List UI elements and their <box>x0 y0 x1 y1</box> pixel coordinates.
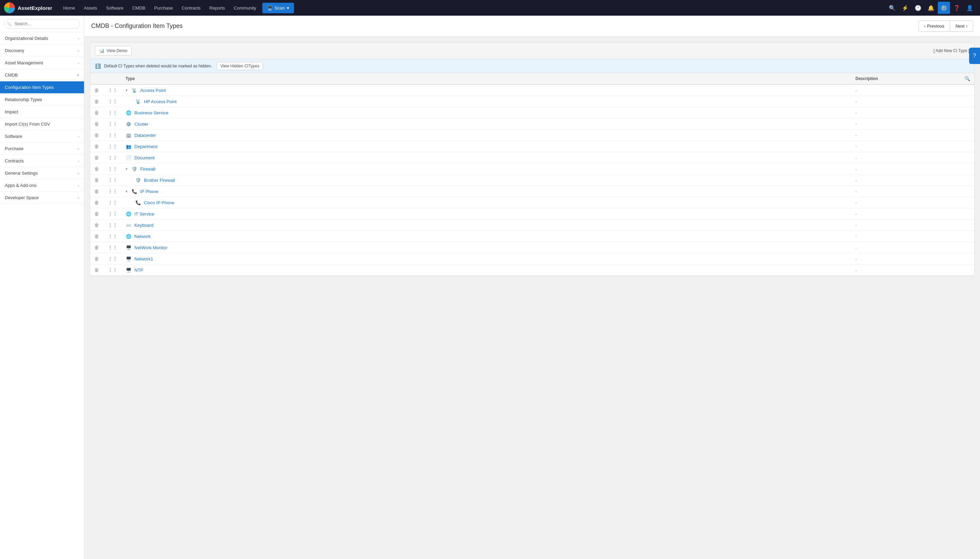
sidebar-item-general-settings[interactable]: General Settings › <box>0 167 84 179</box>
sidebar-item-import-ci[interactable]: Import CI(s) From CSV <box>0 118 84 131</box>
delete-icon[interactable]: 🗑 <box>94 144 99 149</box>
tree-icon[interactable]: ⋮⋮ <box>108 155 117 160</box>
tree-icon[interactable]: ⋮⋮ <box>108 99 117 104</box>
ci-type-name[interactable]: Datacenter <box>134 133 156 138</box>
tree-icon[interactable]: ⋮⋮ <box>108 211 117 217</box>
previous-button[interactable]: ‹ Previous <box>918 20 950 31</box>
ci-type-name[interactable]: Cluster <box>134 122 148 127</box>
help-bubble[interactable]: ? <box>969 48 980 64</box>
nav-community[interactable]: Community <box>230 3 260 13</box>
tree-icon[interactable]: ⋮⋮ <box>108 88 117 93</box>
tree-icon[interactable]: ⋮⋮ <box>108 132 117 138</box>
ci-name-container: ⚙️ Cluster <box>125 121 847 127</box>
ci-type-icon: 🌐 <box>125 211 132 217</box>
help-icon-btn[interactable]: ❓ <box>951 2 963 14</box>
ci-type-name[interactable]: IP Phone <box>140 189 158 194</box>
tree-icon[interactable]: ⋮⋮ <box>108 189 117 194</box>
delete-icon[interactable]: 🗑 <box>94 222 99 228</box>
delete-icon[interactable]: 🗑 <box>94 189 99 194</box>
sidebar-item-asset-management[interactable]: Asset Management › <box>0 57 84 69</box>
delete-icon[interactable]: 🗑 <box>94 121 99 127</box>
ci-type-name[interactable]: Keyboard <box>134 223 153 228</box>
sidebar-item-apps-addons[interactable]: Apps & Add-ons › <box>0 179 84 192</box>
ci-type-name[interactable]: Document <box>134 155 155 160</box>
tree-icon[interactable]: ⋮⋮ <box>108 121 117 127</box>
nav-cmdb[interactable]: CMDB <box>128 3 149 13</box>
sidebar-item-configuration-item-types[interactable]: Configuration Item Types <box>0 81 84 94</box>
tree-icon[interactable]: ⋮⋮ <box>108 245 117 250</box>
bell-icon-btn[interactable]: 🔔 <box>925 2 937 14</box>
sidebar-item-relationship-types[interactable]: Relationship Types <box>0 94 84 106</box>
search-cell <box>960 96 974 107</box>
delete-icon[interactable]: 🗑 <box>94 110 99 116</box>
table-row: 🗑 ⋮⋮ 🌐 Network - <box>90 231 974 242</box>
delete-icon[interactable]: 🗑 <box>94 155 99 160</box>
delete-icon[interactable]: 🗑 <box>94 256 99 261</box>
history-icon-btn[interactable]: 🕐 <box>912 2 924 14</box>
delete-icon[interactable]: 🗑 <box>94 132 99 138</box>
ci-type-name[interactable]: Business Service <box>134 110 168 116</box>
ci-type-icon: 📄 <box>125 155 132 161</box>
next-button[interactable]: Next › <box>950 20 973 31</box>
ci-type-name[interactable]: Network1 <box>134 256 153 261</box>
tree-icon[interactable]: ⋮⋮ <box>108 267 117 273</box>
tree-icon[interactable]: ⋮⋮ <box>108 166 117 172</box>
delete-icon[interactable]: 🗑 <box>94 166 99 172</box>
tree-icon[interactable]: ⋮⋮ <box>108 144 117 149</box>
tree-icon[interactable]: ⋮⋮ <box>108 200 117 205</box>
app-logo[interactable]: AssetExplorer <box>4 2 53 13</box>
ci-type-name[interactable]: Cisco IP Phone <box>144 200 174 205</box>
delete-icon[interactable]: 🗑 <box>94 200 99 205</box>
sidebar-item-developer-space[interactable]: Developer Space › <box>0 192 84 204</box>
lightning-icon-btn[interactable]: ⚡ <box>899 2 911 14</box>
ci-type-name[interactable]: NetWork Monitor <box>134 245 167 250</box>
sidebar-item-contracts[interactable]: Contracts › <box>0 155 84 167</box>
table-row: 🗑 ⋮⋮ 📡 HP Access Point - <box>90 96 974 107</box>
nav-software[interactable]: Software <box>102 3 127 13</box>
main-header: CMDB - Configuration Item Types ‹ Previo… <box>84 16 980 37</box>
ci-type-name[interactable]: NTP <box>134 268 143 273</box>
nav-contracts[interactable]: Contracts <box>178 3 205 13</box>
tree-icon[interactable]: ⋮⋮ <box>108 233 117 239</box>
tree-icon[interactable]: ⋮⋮ <box>108 222 117 228</box>
table-row: 🗑 ⋮⋮ ⌨️ Keyboard - <box>90 220 974 231</box>
delete-icon[interactable]: 🗑 <box>94 88 99 93</box>
ci-type-name[interactable]: HP Access Point <box>144 99 177 104</box>
user-icon-btn[interactable]: 👤 <box>964 2 976 14</box>
delete-icon[interactable]: 🗑 <box>94 233 99 239</box>
table-search-icon[interactable]: 🔍 <box>964 76 970 81</box>
sidebar-item-discovery[interactable]: Discovery › <box>0 45 84 57</box>
delete-icon[interactable]: 🗑 <box>94 245 99 250</box>
sidebar-item-software[interactable]: Software › <box>0 131 84 143</box>
ci-type-name[interactable]: Firewall <box>140 167 155 172</box>
gear-icon-btn[interactable]: ⚙️ <box>938 2 950 14</box>
scan-button[interactable]: 🖥️ Scan ▾ <box>262 3 294 13</box>
nav-reports[interactable]: Reports <box>206 3 229 13</box>
nav-assets[interactable]: Assets <box>80 3 101 13</box>
chevron-right-icon: › <box>78 147 79 151</box>
tree-icon[interactable]: ⋮⋮ <box>108 256 117 261</box>
delete-icon[interactable]: 🗑 <box>94 99 99 104</box>
sidebar-item-org-details[interactable]: Organizational Details › <box>0 32 84 45</box>
delete-icon[interactable]: 🗑 <box>94 177 99 183</box>
add-new-ci-type-button[interactable]: [ Add New CI Type ] <box>934 48 970 53</box>
nav-purchase[interactable]: Purchase <box>150 3 177 13</box>
ci-type-name[interactable]: IT Service <box>134 212 154 217</box>
delete-icon[interactable]: 🗑 <box>94 267 99 273</box>
sidebar-item-cmdb[interactable]: CMDB ∨ <box>0 69 84 81</box>
ci-type-name[interactable]: Department <box>134 144 158 149</box>
ci-types-card: 📊 View Demo [ Add New CI Type ] ℹ️ Defau… <box>90 42 975 276</box>
tree-icon[interactable]: ⋮⋮ <box>108 110 117 116</box>
ci-type-name[interactable]: Brother Firewall <box>144 178 175 183</box>
view-demo-button[interactable]: 📊 View Demo <box>95 46 132 56</box>
ci-type-name[interactable]: Access Point <box>140 88 166 93</box>
nav-home[interactable]: Home <box>59 3 79 13</box>
delete-icon[interactable]: 🗑 <box>94 211 99 217</box>
sidebar-item-impact[interactable]: Impact <box>0 106 84 118</box>
ci-type-name[interactable]: Network <box>134 234 151 239</box>
tree-icon[interactable]: ⋮⋮ <box>108 177 117 183</box>
view-hidden-citypes-button[interactable]: View Hidden CITypes <box>217 62 263 70</box>
search-icon-btn[interactable]: 🔍 <box>886 2 898 14</box>
sidebar-item-purchase[interactable]: Purchase › <box>0 143 84 155</box>
search-input[interactable] <box>4 19 80 28</box>
